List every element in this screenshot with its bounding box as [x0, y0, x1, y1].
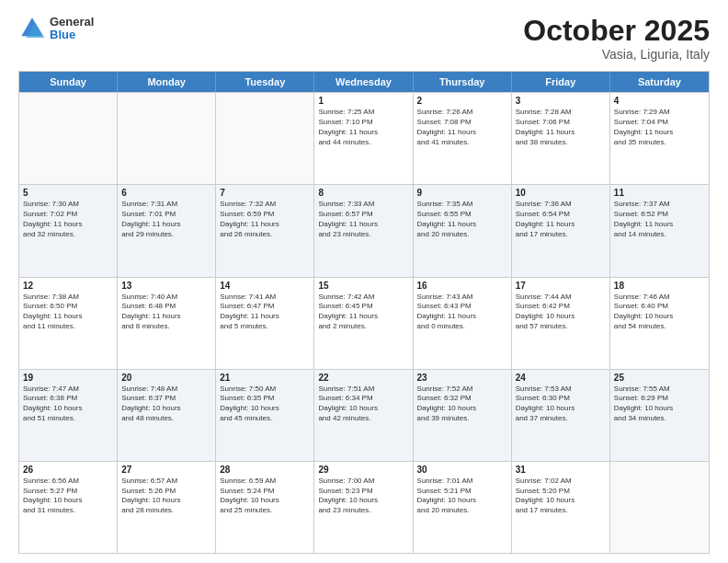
cell-daylight-info: Sunrise: 7:43 AM Sunset: 6:43 PM Dayligh…: [417, 293, 507, 332]
cell-daylight-info: Sunrise: 7:42 AM Sunset: 6:45 PM Dayligh…: [318, 293, 408, 332]
calendar-cell: 15Sunrise: 7:42 AM Sunset: 6:45 PM Dayli…: [314, 278, 413, 369]
calendar-row: 19Sunrise: 7:47 AM Sunset: 6:38 PM Dayli…: [19, 369, 709, 461]
calendar-cell: 21Sunrise: 7:50 AM Sunset: 6:35 PM Dayli…: [216, 370, 314, 461]
calendar-cell: 30Sunrise: 7:01 AM Sunset: 5:21 PM Dayli…: [414, 462, 512, 553]
calendar-cell: 17Sunrise: 7:44 AM Sunset: 6:42 PM Dayli…: [512, 278, 610, 369]
calendar-header-day: Monday: [118, 72, 216, 92]
logo-text: General Blue: [50, 16, 94, 42]
calendar-cell: [216, 93, 314, 184]
cell-day-number: 24: [516, 373, 606, 383]
logo-general-label: General: [50, 16, 94, 29]
cell-daylight-info: Sunrise: 7:37 AM Sunset: 6:52 PM Dayligh…: [614, 200, 705, 239]
cell-daylight-info: Sunrise: 7:29 AM Sunset: 7:04 PM Dayligh…: [614, 108, 705, 147]
calendar-cell: 28Sunrise: 6:59 AM Sunset: 5:24 PM Dayli…: [216, 462, 314, 553]
cell-day-number: 29: [318, 465, 408, 475]
cell-daylight-info: Sunrise: 7:52 AM Sunset: 6:32 PM Dayligh…: [417, 385, 507, 424]
calendar-cell: 25Sunrise: 7:55 AM Sunset: 6:29 PM Dayli…: [610, 370, 709, 461]
cell-day-number: 3: [516, 96, 606, 106]
calendar-cell: 9Sunrise: 7:35 AM Sunset: 6:55 PM Daylig…: [414, 185, 512, 276]
cell-day-number: 11: [614, 188, 705, 198]
cell-day-number: 10: [516, 188, 606, 198]
calendar-cell: [610, 462, 709, 553]
cell-daylight-info: Sunrise: 7:35 AM Sunset: 6:55 PM Dayligh…: [417, 200, 507, 239]
cell-daylight-info: Sunrise: 6:57 AM Sunset: 5:26 PM Dayligh…: [121, 477, 211, 516]
calendar-cell: 29Sunrise: 7:00 AM Sunset: 5:23 PM Dayli…: [314, 462, 413, 553]
calendar-header-day: Saturday: [610, 72, 709, 92]
cell-day-number: 14: [220, 281, 310, 291]
cell-day-number: 26: [23, 465, 113, 475]
cell-daylight-info: Sunrise: 7:00 AM Sunset: 5:23 PM Dayligh…: [318, 477, 408, 516]
cell-daylight-info: Sunrise: 6:56 AM Sunset: 5:27 PM Dayligh…: [23, 477, 113, 516]
header: General Blue October 2025 Vasia, Liguria…: [18, 15, 710, 62]
cell-day-number: 28: [220, 465, 310, 475]
calendar-cell: 11Sunrise: 7:37 AM Sunset: 6:52 PM Dayli…: [610, 185, 709, 276]
cell-day-number: 2: [417, 96, 507, 106]
calendar-cell: 16Sunrise: 7:43 AM Sunset: 6:43 PM Dayli…: [414, 278, 512, 369]
cell-day-number: 18: [614, 281, 705, 291]
cell-daylight-info: Sunrise: 7:44 AM Sunset: 6:42 PM Dayligh…: [516, 293, 606, 332]
cell-day-number: 15: [318, 281, 408, 291]
calendar-cell: 18Sunrise: 7:46 AM Sunset: 6:40 PM Dayli…: [610, 278, 709, 369]
cell-day-number: 22: [318, 373, 408, 383]
cell-daylight-info: Sunrise: 7:36 AM Sunset: 6:54 PM Dayligh…: [516, 200, 606, 239]
calendar-header-day: Sunday: [19, 72, 118, 92]
calendar-cell: [118, 93, 216, 184]
cell-day-number: 7: [220, 188, 310, 198]
calendar-cell: 6Sunrise: 7:31 AM Sunset: 7:01 PM Daylig…: [118, 185, 216, 276]
cell-daylight-info: Sunrise: 7:01 AM Sunset: 5:21 PM Dayligh…: [417, 477, 507, 516]
cell-daylight-info: Sunrise: 7:53 AM Sunset: 6:30 PM Dayligh…: [516, 385, 606, 424]
logo-icon: [18, 15, 46, 42]
calendar-cell: 20Sunrise: 7:48 AM Sunset: 6:37 PM Dayli…: [118, 370, 216, 461]
cell-day-number: 25: [614, 373, 705, 383]
calendar-row: 5Sunrise: 7:30 AM Sunset: 7:02 PM Daylig…: [19, 184, 709, 276]
calendar-cell: 7Sunrise: 7:32 AM Sunset: 6:59 PM Daylig…: [216, 185, 314, 276]
calendar-cell: 13Sunrise: 7:40 AM Sunset: 6:48 PM Dayli…: [118, 278, 216, 369]
calendar-cell: 23Sunrise: 7:52 AM Sunset: 6:32 PM Dayli…: [414, 370, 512, 461]
calendar-cell: 1Sunrise: 7:25 AM Sunset: 7:10 PM Daylig…: [314, 93, 413, 184]
title-block: October 2025 Vasia, Liguria, Italy: [523, 15, 710, 62]
cell-day-number: 17: [516, 281, 606, 291]
calendar-cell: 31Sunrise: 7:02 AM Sunset: 5:20 PM Dayli…: [512, 462, 610, 553]
cell-day-number: 9: [417, 188, 507, 198]
cell-day-number: 30: [417, 465, 507, 475]
calendar-cell: 3Sunrise: 7:28 AM Sunset: 7:06 PM Daylig…: [512, 93, 610, 184]
calendar-cell: 12Sunrise: 7:38 AM Sunset: 6:50 PM Dayli…: [19, 278, 118, 369]
cell-day-number: 20: [121, 373, 211, 383]
cell-day-number: 8: [318, 188, 408, 198]
calendar-header-day: Thursday: [414, 72, 512, 92]
cell-daylight-info: Sunrise: 7:28 AM Sunset: 7:06 PM Dayligh…: [516, 108, 606, 147]
cell-day-number: 21: [220, 373, 310, 383]
cell-daylight-info: Sunrise: 7:31 AM Sunset: 7:01 PM Dayligh…: [121, 200, 211, 239]
cell-daylight-info: Sunrise: 7:46 AM Sunset: 6:40 PM Dayligh…: [614, 293, 705, 332]
cell-daylight-info: Sunrise: 6:59 AM Sunset: 5:24 PM Dayligh…: [220, 477, 310, 516]
calendar-cell: 10Sunrise: 7:36 AM Sunset: 6:54 PM Dayli…: [512, 185, 610, 276]
calendar: SundayMondayTuesdayWednesdayThursdayFrid…: [18, 71, 710, 554]
cell-daylight-info: Sunrise: 7:51 AM Sunset: 6:34 PM Dayligh…: [318, 385, 408, 424]
cell-day-number: 13: [121, 281, 211, 291]
calendar-cell: 2Sunrise: 7:26 AM Sunset: 7:08 PM Daylig…: [414, 93, 512, 184]
cell-day-number: 31: [516, 465, 606, 475]
cell-day-number: 19: [23, 373, 113, 383]
cell-daylight-info: Sunrise: 7:02 AM Sunset: 5:20 PM Dayligh…: [516, 477, 606, 516]
calendar-row: 26Sunrise: 6:56 AM Sunset: 5:27 PM Dayli…: [19, 461, 709, 553]
calendar-cell: 27Sunrise: 6:57 AM Sunset: 5:26 PM Dayli…: [118, 462, 216, 553]
cell-day-number: 1: [318, 96, 408, 106]
cell-day-number: 12: [23, 281, 113, 291]
calendar-cell: [19, 93, 118, 184]
logo: General Blue: [18, 15, 94, 42]
cell-daylight-info: Sunrise: 7:30 AM Sunset: 7:02 PM Dayligh…: [23, 200, 113, 239]
title-location: Vasia, Liguria, Italy: [523, 47, 710, 62]
cell-daylight-info: Sunrise: 7:25 AM Sunset: 7:10 PM Dayligh…: [318, 108, 408, 147]
calendar-header-day: Friday: [512, 72, 610, 92]
calendar-cell: 22Sunrise: 7:51 AM Sunset: 6:34 PM Dayli…: [314, 370, 413, 461]
cell-daylight-info: Sunrise: 7:32 AM Sunset: 6:59 PM Dayligh…: [220, 200, 310, 239]
calendar-row: 12Sunrise: 7:38 AM Sunset: 6:50 PM Dayli…: [19, 277, 709, 369]
calendar-row: 1Sunrise: 7:25 AM Sunset: 7:10 PM Daylig…: [19, 92, 709, 184]
cell-daylight-info: Sunrise: 7:47 AM Sunset: 6:38 PM Dayligh…: [23, 385, 113, 424]
page: General Blue October 2025 Vasia, Liguria…: [0, 0, 728, 563]
calendar-cell: 24Sunrise: 7:53 AM Sunset: 6:30 PM Dayli…: [512, 370, 610, 461]
calendar-cell: 4Sunrise: 7:29 AM Sunset: 7:04 PM Daylig…: [610, 93, 709, 184]
cell-day-number: 16: [417, 281, 507, 291]
cell-day-number: 23: [417, 373, 507, 383]
title-month: October 2025: [523, 15, 710, 47]
